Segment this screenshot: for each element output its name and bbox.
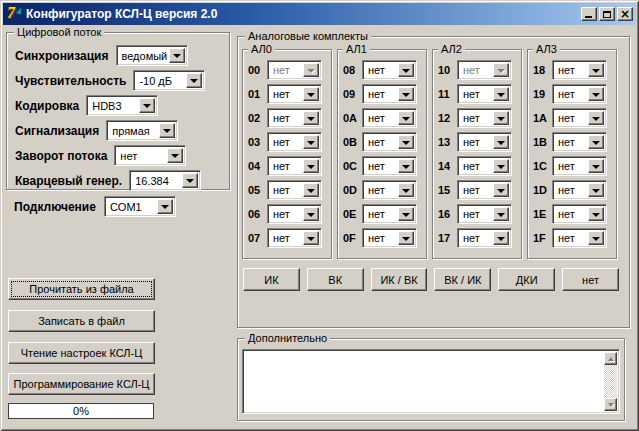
mode-button-net[interactable]: нет xyxy=(562,268,619,291)
channel-0D-combo[interactable]: нет xyxy=(362,180,417,200)
channel-1B-combo-dropdown-button[interactable] xyxy=(588,135,604,149)
mode-buttons-row: ИКВКИК / ВКВК / ИКДКИнет xyxy=(243,268,619,291)
channel-row: 1Eнет xyxy=(531,204,613,224)
channel-0B-combo-dropdown-button[interactable] xyxy=(398,135,414,149)
channel-05-combo[interactable]: нет xyxy=(267,180,322,200)
channel-15-combo[interactable]: нет xyxy=(457,180,512,200)
channel-0E-combo[interactable]: нет xyxy=(362,204,417,224)
vertical-scrollbar[interactable] xyxy=(604,352,617,411)
channel-06-combo-dropdown-button[interactable] xyxy=(303,207,319,221)
channel-1E-combo-dropdown-button[interactable] xyxy=(588,207,604,221)
channel-13-combo-dropdown-button[interactable] xyxy=(493,135,509,149)
channel-04-combo[interactable]: нет xyxy=(267,156,322,176)
program-ksl-button[interactable]: Программирование КСЛ-Ц xyxy=(8,373,155,395)
channel-01-combo-dropdown-button[interactable] xyxy=(303,87,319,101)
channel-1F-combo-dropdown-button[interactable] xyxy=(588,231,604,245)
sync-combo-dropdown-button[interactable] xyxy=(169,48,185,63)
channel-04-combo-dropdown-button[interactable] xyxy=(303,159,319,173)
channel-17-combo[interactable]: нет xyxy=(457,228,512,248)
channel-1D-combo[interactable]: нет xyxy=(552,180,607,200)
channel-0F-combo[interactable]: нет xyxy=(362,228,417,248)
channel-1D-combo-dropdown-button[interactable] xyxy=(588,183,604,197)
app-icon: 7 xyxy=(6,6,22,22)
mode-button-vk[interactable]: ВК xyxy=(307,268,364,291)
channel-09-combo[interactable]: нет xyxy=(362,84,417,104)
channel-19-combo-dropdown-button[interactable] xyxy=(588,87,604,101)
write-to-file-button[interactable]: Записать в файл xyxy=(8,310,155,332)
channel-16-combo[interactable]: нет xyxy=(457,204,512,224)
connection-combo[interactable]: COM1 xyxy=(104,196,176,217)
channel-08-combo[interactable]: нет xyxy=(362,60,417,80)
channel-11-combo-dropdown-button[interactable] xyxy=(493,87,509,101)
channel-09-combo-dropdown-button[interactable] xyxy=(398,87,414,101)
channel-02-combo-dropdown-button[interactable] xyxy=(303,111,319,125)
maximize-button[interactable] xyxy=(599,7,615,21)
channel-1F-combo[interactable]: нет xyxy=(552,228,607,248)
read-from-file-button[interactable]: Прочитать из файла xyxy=(8,278,155,300)
channel-0A-combo[interactable]: нет xyxy=(362,108,417,128)
channel-15-combo-dropdown-button[interactable] xyxy=(493,183,509,197)
read-ksl-settings-button[interactable]: Чтение настроек КСЛ-Ц xyxy=(8,342,155,364)
channel-13-combo[interactable]: нет xyxy=(457,132,512,152)
sensitivity-combo[interactable]: -10 дБ xyxy=(133,70,205,91)
channel-03-combo-dropdown-button[interactable] xyxy=(303,135,319,149)
channel-1B-combo[interactable]: нет xyxy=(552,132,607,152)
channel-03-combo[interactable]: нет xyxy=(267,132,322,152)
channel-07-combo-dropdown-button[interactable] xyxy=(303,231,319,245)
channel-14-combo-dropdown-button[interactable] xyxy=(493,159,509,173)
chevron-down-icon xyxy=(592,141,600,145)
channel-0E-combo-dropdown-button[interactable] xyxy=(398,207,414,221)
mode-button-dki[interactable]: ДКИ xyxy=(498,268,555,291)
channel-18-combo-dropdown-button[interactable] xyxy=(588,63,604,77)
loopback-combo-dropdown-button[interactable] xyxy=(167,148,183,163)
connection-combo-dropdown-button[interactable] xyxy=(157,199,173,214)
additional-textarea[interactable] xyxy=(242,349,620,414)
mode-button-ik[interactable]: ИК xyxy=(243,268,300,291)
channel-05-combo-dropdown-button[interactable] xyxy=(303,183,319,197)
channel-1A-combo[interactable]: нет xyxy=(552,108,607,128)
encoding-combo-dropdown-button[interactable] xyxy=(139,98,155,113)
scroll-up-button[interactable] xyxy=(604,352,617,365)
channel-0C-combo-dropdown-button[interactable] xyxy=(398,159,414,173)
quartz-combo-dropdown-button[interactable] xyxy=(182,173,198,188)
signaling-combo[interactable]: прямая xyxy=(106,120,178,141)
channel-0C-combo[interactable]: нет xyxy=(362,156,417,176)
scroll-down-button[interactable] xyxy=(604,398,617,411)
sensitivity-combo-dropdown-button[interactable] xyxy=(186,73,202,88)
channel-0A-combo-dropdown-button[interactable] xyxy=(398,111,414,125)
chevron-down-icon xyxy=(173,54,181,58)
signaling-combo-dropdown-button[interactable] xyxy=(159,123,175,138)
channel-12-combo-dropdown-button[interactable] xyxy=(493,111,509,125)
channel-08-combo-dropdown-button[interactable] xyxy=(398,63,414,77)
channel-01-label: 01 xyxy=(246,88,267,100)
channel-0F-combo-dropdown-button[interactable] xyxy=(398,231,414,245)
channel-12-combo[interactable]: нет xyxy=(457,108,512,128)
channel-06-combo[interactable]: нет xyxy=(267,204,322,224)
channel-1C-combo-dropdown-button[interactable] xyxy=(588,159,604,173)
channel-02-combo[interactable]: нет xyxy=(267,108,322,128)
channel-01-combo[interactable]: нет xyxy=(267,84,322,104)
mode-button-ik-vk[interactable]: ИК / ВК xyxy=(371,268,428,291)
loopback-combo[interactable]: нет xyxy=(114,145,186,166)
encoding-combo[interactable]: HDB3 xyxy=(86,95,158,116)
channel-16-combo-dropdown-button[interactable] xyxy=(493,207,509,221)
chevron-down-icon xyxy=(402,213,410,217)
channel-1C-combo[interactable]: нет xyxy=(552,156,607,176)
quartz-combo[interactable]: 16.384 xyxy=(129,170,201,191)
channel-row: 17нет xyxy=(436,228,518,248)
channel-18-combo[interactable]: нет xyxy=(552,60,607,80)
channel-14-combo[interactable]: нет xyxy=(457,156,512,176)
channel-11-combo[interactable]: нет xyxy=(457,84,512,104)
channel-07-combo[interactable]: нет xyxy=(267,228,322,248)
channel-19-combo[interactable]: нет xyxy=(552,84,607,104)
channel-19-label: 19 xyxy=(531,88,552,100)
mode-button-vk-ik[interactable]: ВК / ИК xyxy=(434,268,491,291)
channel-0D-combo-dropdown-button[interactable] xyxy=(398,183,414,197)
channel-17-combo-dropdown-button[interactable] xyxy=(493,231,509,245)
channel-1E-combo[interactable]: нет xyxy=(552,204,607,224)
channel-1A-combo-dropdown-button[interactable] xyxy=(588,111,604,125)
sync-combo[interactable]: ведомый xyxy=(116,45,188,66)
channel-0B-combo[interactable]: нет xyxy=(362,132,417,152)
minimize-button[interactable] xyxy=(581,7,597,21)
close-button[interactable]: × xyxy=(617,7,633,21)
